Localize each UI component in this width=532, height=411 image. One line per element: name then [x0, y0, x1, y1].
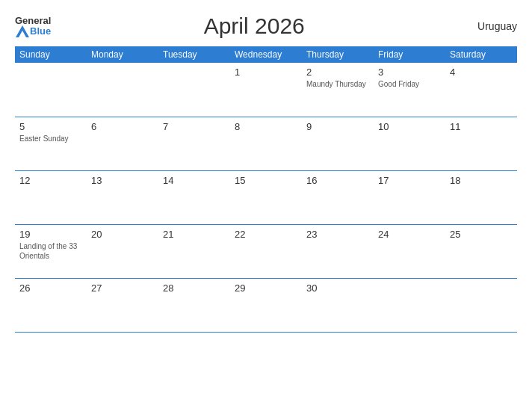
calendar-cell: 26: [15, 278, 87, 332]
calendar-cell: 2Maundy Thursday: [302, 63, 374, 117]
day-number: 18: [450, 175, 513, 186]
day-number: 23: [306, 229, 369, 240]
day-number: 5: [19, 121, 82, 132]
calendar-week-5: 2627282930: [15, 278, 517, 332]
calendar-cell: 24: [374, 224, 445, 278]
day-number: 24: [378, 229, 441, 240]
day-number: 1: [235, 67, 297, 78]
day-number: 2: [306, 67, 369, 78]
calendar-cell: 12: [15, 170, 87, 224]
holiday-label: Good Friday: [378, 79, 441, 89]
calendar-cell: 6: [87, 117, 158, 170]
calendar-cell: 4: [445, 63, 517, 117]
weekday-sunday: Sunday: [15, 46, 87, 63]
country-label: Uruguay: [457, 20, 517, 32]
weekday-wednesday: Wednesday: [230, 46, 302, 63]
weekday-saturday: Saturday: [445, 46, 517, 63]
day-number: 10: [378, 121, 441, 132]
calendar-cell: [374, 278, 445, 332]
day-number: 28: [163, 282, 226, 294]
day-number: 16: [306, 175, 369, 186]
calendar-cell: [15, 63, 87, 117]
calendar-cell: 13: [87, 170, 158, 224]
calendar-cell: 20: [87, 224, 158, 278]
calendar-week-3: 12131415161718: [15, 170, 517, 224]
weekday-monday: Monday: [87, 46, 158, 63]
calendar-cell: 22: [230, 224, 302, 278]
holiday-label: Landing of the 33 Orientals: [19, 241, 82, 261]
day-number: 30: [306, 282, 369, 294]
calendar-cell: 19Landing of the 33 Orientals: [15, 224, 87, 278]
weekday-friday: Friday: [374, 46, 445, 63]
calendar-body: 12Maundy Thursday3Good Friday45Easter Su…: [15, 63, 517, 332]
calendar-week-4: 19Landing of the 33 Orientals20212223242…: [15, 224, 517, 278]
calendar-cell: 28: [158, 278, 230, 332]
calendar-cell: 9: [302, 117, 374, 170]
calendar-cell: 11: [445, 117, 517, 170]
calendar-table: SundayMondayTuesdayWednesdayThursdayFrid…: [15, 46, 517, 333]
day-number: 22: [235, 229, 297, 240]
day-number: 26: [19, 282, 82, 294]
weekday-thursday: Thursday: [302, 46, 374, 63]
day-number: 29: [235, 282, 297, 294]
calendar-cell: [158, 63, 230, 117]
day-number: 7: [163, 121, 226, 132]
calendar-cell: 23: [302, 224, 374, 278]
logo: General Blue: [15, 16, 51, 37]
calendar-header: SundayMondayTuesdayWednesdayThursdayFrid…: [15, 46, 517, 63]
calendar-cell: 8: [230, 117, 302, 170]
day-number: 20: [91, 229, 154, 240]
day-number: 12: [19, 175, 82, 186]
day-number: 4: [450, 67, 513, 78]
calendar-cell: 25: [445, 224, 517, 278]
logo-blue: Blue: [30, 26, 51, 36]
calendar-cell: 18: [445, 170, 517, 224]
calendar-cell: 1: [230, 63, 302, 117]
logo-general: General: [15, 16, 51, 25]
calendar-cell: 3Good Friday: [374, 63, 445, 117]
day-number: 15: [235, 175, 297, 186]
day-number: 14: [163, 175, 226, 186]
day-number: 13: [91, 175, 154, 186]
calendar-cell: 17: [374, 170, 445, 224]
calendar-cell: 21: [158, 224, 230, 278]
calendar-cell: 27: [87, 278, 158, 332]
holiday-label: Easter Sunday: [19, 134, 82, 143]
weekday-tuesday: Tuesday: [158, 46, 230, 63]
day-number: 25: [450, 229, 513, 240]
calendar-cell: 30: [302, 278, 374, 332]
day-number: 19: [19, 229, 82, 240]
day-number: 17: [378, 175, 441, 186]
calendar-title: April 2026: [51, 13, 457, 39]
holiday-label: Maundy Thursday: [306, 79, 369, 89]
calendar-week-2: 5Easter Sunday67891011: [15, 117, 517, 170]
calendar-cell: 10: [374, 117, 445, 170]
calendar-cell: 15: [230, 170, 302, 224]
calendar-page: General Blue April 2026 Uruguay SundayMo…: [0, 0, 532, 411]
calendar-cell: 14: [158, 170, 230, 224]
weekday-header-row: SundayMondayTuesdayWednesdayThursdayFrid…: [15, 46, 517, 63]
calendar-cell: 7: [158, 117, 230, 170]
calendar-cell: 5Easter Sunday: [15, 117, 87, 170]
header: General Blue April 2026 Uruguay: [15, 13, 517, 39]
day-number: 21: [163, 229, 226, 240]
logo-icon: [16, 25, 29, 37]
day-number: 8: [235, 121, 297, 132]
day-number: 9: [306, 121, 369, 132]
day-number: 11: [450, 121, 513, 132]
calendar-cell: [87, 63, 158, 117]
calendar-week-1: 12Maundy Thursday3Good Friday4: [15, 63, 517, 117]
day-number: 3: [378, 67, 441, 78]
calendar-cell: [445, 278, 517, 332]
day-number: 6: [91, 121, 154, 132]
calendar-cell: 29: [230, 278, 302, 332]
calendar-cell: 16: [302, 170, 374, 224]
day-number: 27: [91, 282, 154, 294]
